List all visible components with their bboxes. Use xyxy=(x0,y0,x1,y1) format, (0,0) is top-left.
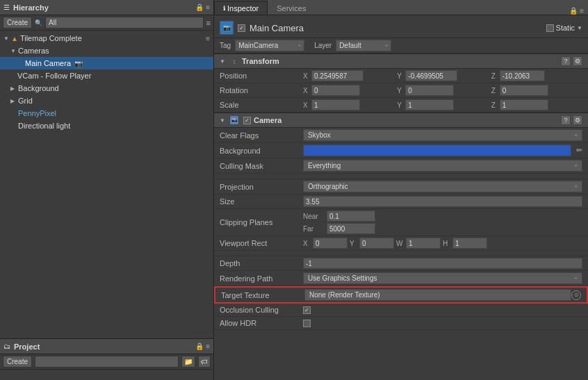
vp-x-input[interactable] xyxy=(313,238,348,249)
camera-help-btn[interactable]: ? xyxy=(561,115,571,125)
inspector-menu-icon[interactable]: ≡ xyxy=(580,7,584,15)
hierarchy-icon: ☰ xyxy=(3,3,10,11)
clear-flags-chevron-icon: ÷ xyxy=(575,132,578,138)
size-input[interactable] xyxy=(303,196,582,207)
hierarchy-item-background[interactable]: ▶ Background xyxy=(0,82,213,94)
position-x-input[interactable] xyxy=(311,70,364,81)
hierarchy-item-directional-light[interactable]: Directional light xyxy=(0,119,213,132)
layer-dropdown[interactable]: Default ÷ xyxy=(336,40,391,51)
projection-dropdown[interactable]: Orthographic ÷ xyxy=(303,181,582,192)
project-search-box[interactable] xyxy=(35,356,179,367)
vp-h-label: H xyxy=(443,240,451,247)
projection-label: Projection xyxy=(220,183,303,191)
rotation-z-label: Z xyxy=(491,87,498,94)
vp-h-input[interactable] xyxy=(452,238,487,249)
hierarchy-menu2-icon[interactable]: ≡ xyxy=(206,19,211,27)
hierarchy-item-main-camera[interactable]: Main Camera 📷 xyxy=(0,57,213,69)
background-arrow-icon: ▶ xyxy=(10,85,16,92)
project-folder-btn[interactable]: 📁 xyxy=(181,356,195,367)
tag-dropdown[interactable]: MainCamera ÷ xyxy=(235,40,304,51)
position-x-label: X xyxy=(303,72,310,80)
static-dropdown-icon[interactable]: ▼ xyxy=(577,25,582,31)
vp-w-input[interactable] xyxy=(406,238,441,249)
culling-mask-row: Culling Mask Everything ÷ xyxy=(214,158,588,174)
project-header: 🗂 Project 🔒 ≡ xyxy=(0,339,213,354)
background-pencil-icon[interactable]: ✏ xyxy=(576,146,582,155)
layer-chevron-icon: ÷ xyxy=(385,42,388,49)
project-lock-icon[interactable]: 🔒 xyxy=(195,342,204,350)
hierarchy-item-cameras[interactable]: ▼ Cameras xyxy=(0,44,213,57)
inspector-panel: ℹ Inspector Services 🔒 ≡ 📷 Main Camera S… xyxy=(214,0,588,380)
project-search-input[interactable] xyxy=(38,358,175,365)
hierarchy-lock-icon[interactable]: 🔒 xyxy=(195,3,204,11)
hierarchy-search-box[interactable] xyxy=(45,17,204,28)
object-name[interactable]: Main Camera xyxy=(250,23,542,33)
object-enabled-checkbox[interactable] xyxy=(238,24,245,32)
near-input[interactable] xyxy=(327,210,375,222)
hierarchy-item-menu-icon[interactable]: ≡ xyxy=(206,35,210,42)
depth-input[interactable] xyxy=(303,258,582,269)
camera-object-icon: 📷 xyxy=(220,21,234,35)
hierarchy-item-tilemap[interactable]: ▼ ▲ Tilemap Complete ≡ xyxy=(0,32,213,44)
rotation-row: Rotation X Y Z xyxy=(214,83,588,98)
camera-gear-btn[interactable]: ⚙ xyxy=(573,115,582,125)
tag-value: MainCamera xyxy=(238,42,278,49)
scale-y-label: Y xyxy=(397,101,404,109)
near-row: Near xyxy=(303,210,582,222)
rendering-path-dropdown[interactable]: Use Graphics Settings ÷ xyxy=(303,272,582,284)
inspector-body: 📷 Main Camera Static ▼ Tag MainCamera ÷ … xyxy=(214,15,588,380)
hierarchy-item-label-main-camera: Main Camera xyxy=(25,59,71,67)
hierarchy-create-button[interactable]: Create xyxy=(3,17,32,28)
position-z-input[interactable] xyxy=(500,70,545,81)
vp-x-label: X xyxy=(303,240,311,247)
rotation-x-input[interactable] xyxy=(311,85,360,96)
spacer2 xyxy=(214,251,588,256)
projection-value: Orthographic xyxy=(308,183,348,190)
transform-section-header[interactable]: ▼ ↕ Transform ? ⚙ xyxy=(214,53,588,69)
target-texture-label: Target Texture xyxy=(221,291,304,299)
rotation-y-input[interactable] xyxy=(405,85,454,96)
services-tab[interactable]: Services xyxy=(268,1,315,15)
scale-z-input[interactable] xyxy=(500,99,548,110)
occlusion-culling-checkbox[interactable] xyxy=(303,306,311,314)
clipping-planes-label: Clipping Planes xyxy=(220,218,303,226)
target-texture-field[interactable]: None (Render Texture) xyxy=(304,289,571,301)
static-checkbox[interactable] xyxy=(546,24,554,32)
inspector-lock-icon[interactable]: 🔒 xyxy=(569,7,578,15)
hierarchy-item-label-dir-light: Directional light xyxy=(18,122,70,130)
camera-arrow-icon: ▼ xyxy=(220,117,227,124)
transform-gear-btn[interactable]: ⚙ xyxy=(573,56,582,66)
clear-flags-dropdown[interactable]: Skybox ÷ xyxy=(303,129,582,141)
camera-section-header[interactable]: ▼ 📷 Camera ? ⚙ xyxy=(214,113,588,128)
viewport-rect-row: Viewport Rect X Y W H xyxy=(214,236,588,251)
hierarchy-item-pennypixel[interactable]: PennyPixel xyxy=(0,107,213,119)
position-y-input[interactable] xyxy=(405,70,457,81)
culling-mask-label: Culling Mask xyxy=(220,162,303,170)
hierarchy-item-label-pennypixel: PennyPixel xyxy=(18,109,56,117)
background-color-swatch[interactable] xyxy=(303,144,571,156)
clear-flags-row: Clear Flags Skybox ÷ xyxy=(214,128,588,143)
rotation-z-input[interactable] xyxy=(500,85,548,96)
hierarchy-search-input[interactable] xyxy=(49,19,200,26)
project-menu-icon[interactable]: ≡ xyxy=(206,342,210,350)
transform-help-btn[interactable]: ? xyxy=(561,56,571,66)
near-label: Near xyxy=(303,213,324,220)
culling-mask-dropdown[interactable]: Everything ÷ xyxy=(303,160,582,172)
inspector-tab[interactable]: ℹ Inspector xyxy=(214,1,268,15)
vp-y-input[interactable] xyxy=(359,238,394,249)
allow-hdr-checkbox[interactable] xyxy=(303,320,311,327)
hierarchy-item-vcam[interactable]: VCam - Follow Player xyxy=(0,69,213,82)
main-camera-badge-icon: 📷 xyxy=(74,60,83,67)
project-tag-btn[interactable]: 🏷 xyxy=(198,356,211,367)
spacer1 xyxy=(214,174,588,179)
project-create-button[interactable]: Create xyxy=(3,356,32,367)
camera-enabled-cb[interactable] xyxy=(243,117,251,124)
arrow-icon: ▼ xyxy=(3,35,9,42)
hierarchy-menu-icon[interactable]: ≡ xyxy=(206,3,210,11)
clear-flags-value: Skybox xyxy=(308,131,331,139)
scale-y-input[interactable] xyxy=(405,99,454,110)
target-texture-circle-icon[interactable]: ⊙ xyxy=(571,290,581,300)
hierarchy-item-grid[interactable]: ▶ Grid xyxy=(0,94,213,107)
far-input[interactable] xyxy=(327,223,375,234)
scale-x-input[interactable] xyxy=(311,99,360,110)
